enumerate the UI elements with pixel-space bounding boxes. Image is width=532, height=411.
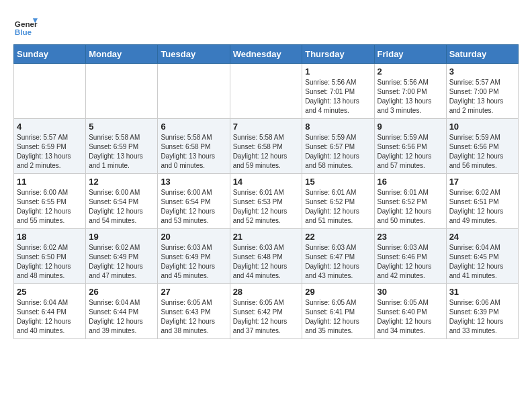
day-info: Sunrise: 5:58 AM Sunset: 6:58 PM Dayligh…	[161, 133, 226, 171]
day-number: 14	[233, 177, 300, 187]
day-info: Sunrise: 6:05 AM Sunset: 6:40 PM Dayligh…	[378, 298, 443, 336]
week-row-2: 4Sunrise: 5:57 AM Sunset: 6:59 PM Daylig…	[14, 119, 519, 174]
day-number: 29	[305, 287, 371, 297]
day-info: Sunrise: 6:05 AM Sunset: 6:41 PM Dayligh…	[305, 298, 371, 336]
day-number: 8	[305, 122, 371, 132]
day-info: Sunrise: 6:05 AM Sunset: 6:43 PM Dayligh…	[161, 298, 226, 336]
calendar: SundayMondayTuesdayWednesdayThursdayFrid…	[13, 44, 519, 339]
calendar-cell: 21Sunrise: 6:03 AM Sunset: 6:48 PM Dayli…	[230, 229, 302, 284]
day-number: 28	[233, 287, 300, 297]
day-info: Sunrise: 6:00 AM Sunset: 6:54 PM Dayligh…	[89, 188, 154, 226]
day-info: Sunrise: 5:56 AM Sunset: 7:01 PM Dayligh…	[305, 78, 371, 116]
week-row-3: 11Sunrise: 6:00 AM Sunset: 6:55 PM Dayli…	[14, 174, 519, 229]
calendar-cell	[230, 64, 302, 119]
calendar-cell: 24Sunrise: 6:04 AM Sunset: 6:45 PM Dayli…	[446, 229, 518, 284]
day-info: Sunrise: 6:03 AM Sunset: 6:47 PM Dayligh…	[305, 243, 371, 281]
day-number: 2	[378, 66, 443, 77]
calendar-cell: 15Sunrise: 6:01 AM Sunset: 6:52 PM Dayli…	[302, 174, 374, 229]
day-info: Sunrise: 6:04 AM Sunset: 6:44 PM Dayligh…	[17, 298, 83, 336]
day-number: 19	[89, 232, 154, 242]
calendar-cell: 3Sunrise: 5:57 AM Sunset: 7:00 PM Daylig…	[446, 64, 518, 119]
calendar-cell	[86, 64, 158, 119]
week-row-1: 1Sunrise: 5:56 AM Sunset: 7:01 PM Daylig…	[14, 64, 519, 119]
day-info: Sunrise: 5:58 AM Sunset: 6:59 PM Dayligh…	[89, 133, 154, 171]
calendar-cell: 29Sunrise: 6:05 AM Sunset: 6:41 PM Dayli…	[302, 284, 374, 339]
calendar-cell: 22Sunrise: 6:03 AM Sunset: 6:47 PM Dayli…	[302, 229, 374, 284]
day-number: 6	[161, 122, 226, 132]
calendar-cell	[14, 64, 86, 119]
day-info: Sunrise: 6:03 AM Sunset: 6:46 PM Dayligh…	[378, 243, 443, 281]
calendar-cell: 26Sunrise: 6:04 AM Sunset: 6:44 PM Dayli…	[86, 284, 158, 339]
day-info: Sunrise: 6:02 AM Sunset: 6:50 PM Dayligh…	[17, 243, 83, 281]
day-number: 13	[161, 177, 226, 187]
day-info: Sunrise: 6:01 AM Sunset: 6:52 PM Dayligh…	[378, 188, 443, 226]
day-number: 10	[449, 122, 515, 132]
calendar-cell: 31Sunrise: 6:06 AM Sunset: 6:39 PM Dayli…	[446, 284, 518, 339]
calendar-cell: 18Sunrise: 6:02 AM Sunset: 6:50 PM Dayli…	[14, 229, 86, 284]
day-number: 23	[378, 232, 443, 242]
calendar-cell: 5Sunrise: 5:58 AM Sunset: 6:59 PM Daylig…	[86, 119, 158, 174]
calendar-cell	[158, 64, 230, 119]
calendar-cell: 1Sunrise: 5:56 AM Sunset: 7:01 PM Daylig…	[302, 64, 374, 119]
day-number: 22	[305, 232, 371, 242]
day-info: Sunrise: 5:59 AM Sunset: 6:56 PM Dayligh…	[378, 133, 443, 171]
calendar-cell: 27Sunrise: 6:05 AM Sunset: 6:43 PM Dayli…	[158, 284, 230, 339]
calendar-cell: 28Sunrise: 6:05 AM Sunset: 6:42 PM Dayli…	[230, 284, 302, 339]
day-info: Sunrise: 6:05 AM Sunset: 6:42 PM Dayligh…	[233, 298, 300, 336]
day-number: 30	[378, 287, 443, 297]
day-info: Sunrise: 6:03 AM Sunset: 6:48 PM Dayligh…	[233, 243, 300, 281]
day-number: 31	[449, 287, 515, 297]
calendar-cell: 23Sunrise: 6:03 AM Sunset: 6:46 PM Dayli…	[374, 229, 446, 284]
calendar-cell: 25Sunrise: 6:04 AM Sunset: 6:44 PM Dayli…	[14, 284, 86, 339]
calendar-cell: 14Sunrise: 6:01 AM Sunset: 6:53 PM Dayli…	[230, 174, 302, 229]
day-number: 9	[378, 122, 443, 132]
day-info: Sunrise: 6:03 AM Sunset: 6:49 PM Dayligh…	[161, 243, 226, 281]
day-number: 16	[378, 177, 443, 187]
calendar-cell: 4Sunrise: 5:57 AM Sunset: 6:59 PM Daylig…	[14, 119, 86, 174]
day-info: Sunrise: 5:56 AM Sunset: 7:00 PM Dayligh…	[378, 78, 443, 116]
weekday-header-tuesday: Tuesday	[158, 45, 230, 64]
weekday-header-saturday: Saturday	[446, 45, 518, 64]
calendar-cell: 12Sunrise: 6:00 AM Sunset: 6:54 PM Dayli…	[86, 174, 158, 229]
day-info: Sunrise: 5:57 AM Sunset: 6:59 PM Dayligh…	[17, 133, 83, 171]
day-number: 21	[233, 232, 300, 242]
day-number: 7	[233, 122, 300, 132]
day-info: Sunrise: 5:59 AM Sunset: 6:57 PM Dayligh…	[305, 133, 371, 171]
day-info: Sunrise: 5:58 AM Sunset: 6:58 PM Dayligh…	[233, 133, 300, 171]
calendar-cell: 17Sunrise: 6:02 AM Sunset: 6:51 PM Dayli…	[446, 174, 518, 229]
day-info: Sunrise: 6:00 AM Sunset: 6:55 PM Dayligh…	[17, 188, 83, 226]
day-info: Sunrise: 6:00 AM Sunset: 6:54 PM Dayligh…	[161, 188, 226, 226]
weekday-header-sunday: Sunday	[14, 45, 86, 64]
calendar-cell: 7Sunrise: 5:58 AM Sunset: 6:58 PM Daylig…	[230, 119, 302, 174]
day-number: 20	[161, 232, 226, 242]
calendar-cell: 20Sunrise: 6:03 AM Sunset: 6:49 PM Dayli…	[158, 229, 230, 284]
day-info: Sunrise: 6:02 AM Sunset: 6:49 PM Dayligh…	[89, 243, 154, 281]
day-info: Sunrise: 5:59 AM Sunset: 6:56 PM Dayligh…	[449, 133, 515, 171]
weekday-header-thursday: Thursday	[302, 45, 374, 64]
logo: General Blue	[13, 13, 40, 38]
calendar-cell: 11Sunrise: 6:00 AM Sunset: 6:55 PM Dayli…	[14, 174, 86, 229]
day-number: 27	[161, 287, 226, 297]
day-info: Sunrise: 6:02 AM Sunset: 6:51 PM Dayligh…	[449, 188, 515, 226]
day-number: 11	[17, 177, 83, 187]
calendar-cell: 8Sunrise: 5:59 AM Sunset: 6:57 PM Daylig…	[302, 119, 374, 174]
week-row-4: 18Sunrise: 6:02 AM Sunset: 6:50 PM Dayli…	[14, 229, 519, 284]
calendar-cell: 9Sunrise: 5:59 AM Sunset: 6:56 PM Daylig…	[374, 119, 446, 174]
calendar-cell: 10Sunrise: 5:59 AM Sunset: 6:56 PM Dayli…	[446, 119, 518, 174]
logo-icon: General Blue	[13, 13, 38, 38]
week-row-5: 25Sunrise: 6:04 AM Sunset: 6:44 PM Dayli…	[14, 284, 519, 339]
day-info: Sunrise: 6:06 AM Sunset: 6:39 PM Dayligh…	[449, 298, 515, 336]
day-info: Sunrise: 6:01 AM Sunset: 6:52 PM Dayligh…	[305, 188, 371, 226]
day-info: Sunrise: 6:04 AM Sunset: 6:44 PM Dayligh…	[89, 298, 154, 336]
day-info: Sunrise: 6:04 AM Sunset: 6:45 PM Dayligh…	[449, 243, 515, 281]
day-number: 18	[17, 232, 83, 242]
day-number: 12	[89, 177, 154, 187]
calendar-cell: 19Sunrise: 6:02 AM Sunset: 6:49 PM Dayli…	[86, 229, 158, 284]
day-number: 5	[89, 122, 154, 132]
calendar-cell: 2Sunrise: 5:56 AM Sunset: 7:00 PM Daylig…	[374, 64, 446, 119]
svg-text:Blue: Blue	[15, 28, 32, 36]
calendar-cell: 13Sunrise: 6:00 AM Sunset: 6:54 PM Dayli…	[158, 174, 230, 229]
weekday-header-wednesday: Wednesday	[230, 45, 302, 64]
day-number: 3	[449, 66, 515, 77]
day-number: 15	[305, 177, 371, 187]
